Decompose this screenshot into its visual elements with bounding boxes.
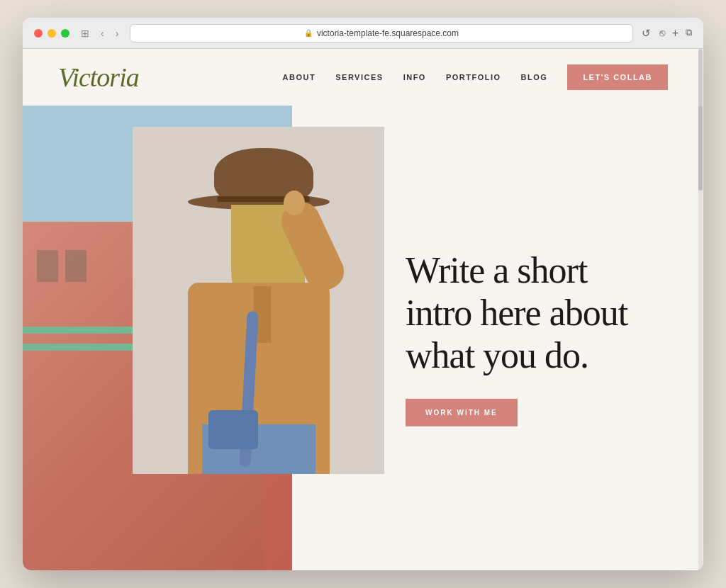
maximize-button[interactable] (61, 29, 69, 38)
work-with-me-button[interactable]: WORK WITH ME (406, 399, 518, 426)
hero-text-content: Write a short intro here about what you … (406, 249, 675, 426)
browser-actions: ⎋ + ⧉ (659, 27, 692, 40)
hero-headline: Write a short intro here about what you … (406, 249, 661, 376)
url-text: victoria-template-fe.squarespace.com (317, 28, 459, 38)
website-content: Victoria ABOUT SERVICES INFO PORTFOLIO B… (23, 49, 703, 570)
lets-collab-button[interactable]: LET'S COLLAB (567, 64, 668, 90)
nav-blog[interactable]: BLOG (521, 73, 548, 81)
address-bar[interactable]: 🔒 victoria-template-fe.squarespace.com (130, 24, 632, 43)
forward-button[interactable]: › (113, 26, 122, 40)
site-nav: ABOUT SERVICES INFO PORTFOLIO BLOG LET'S… (283, 64, 668, 90)
site-logo[interactable]: Victoria (58, 62, 139, 93)
reload-button[interactable]: ↺ (642, 27, 651, 40)
hero-image (133, 127, 384, 474)
nav-portfolio[interactable]: PORTFOLIO (446, 73, 501, 81)
close-button[interactable] (34, 29, 43, 38)
hero-section: Write a short intro here about what you … (23, 106, 703, 570)
tabs-icon[interactable]: ⧉ (686, 27, 692, 40)
back-button[interactable]: ‹ (98, 26, 107, 40)
building-window-2 (65, 250, 86, 282)
share-icon[interactable]: ⎋ (659, 27, 665, 40)
nav-info[interactable]: INFO (403, 73, 426, 81)
bag (208, 410, 258, 449)
scrollbar-thumb[interactable] (698, 106, 703, 191)
window-layout-icon[interactable]: ⊞ (78, 26, 92, 40)
minimize-button[interactable] (48, 29, 56, 38)
browser-chrome: ⊞ ‹ › 🔒 victoria-template-fe.squarespace… (23, 18, 703, 49)
scrollbar-track[interactable] (698, 106, 703, 570)
building-window-1 (37, 250, 58, 282)
new-tab-icon[interactable]: + (672, 27, 678, 40)
browser-controls: ⊞ ‹ › (78, 26, 121, 40)
browser-window: ⊞ ‹ › 🔒 victoria-template-fe.squarespace… (23, 18, 703, 570)
site-header: Victoria ABOUT SERVICES INFO PORTFOLIO B… (23, 49, 703, 106)
hand (284, 191, 305, 215)
nav-services[interactable]: SERVICES (335, 73, 383, 81)
lock-icon: 🔒 (304, 29, 313, 37)
traffic-lights (34, 29, 69, 38)
nav-about[interactable]: ABOUT (283, 73, 316, 81)
